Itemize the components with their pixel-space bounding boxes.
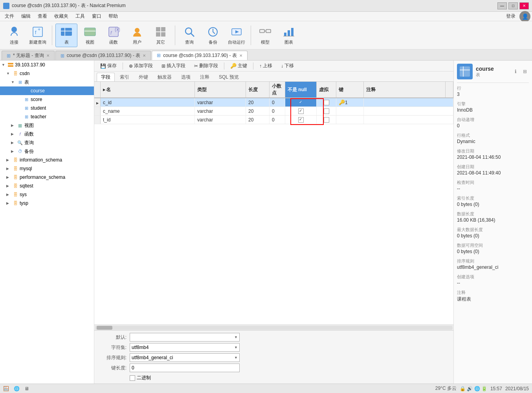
panel-info-icon[interactable]: ℹ [512, 68, 519, 75]
sidebar-backup-group[interactable]: ⏱ 备份 [0, 147, 94, 156]
tab-course-2[interactable]: ⊞ course @csdn (39.103.137.90) - 表 ✕ [152, 51, 248, 60]
menu-view[interactable]: 查看 [35, 12, 50, 20]
cell-c-name-comment[interactable] [364, 107, 453, 115]
cell-c-id-key[interactable]: 🔑1 [336, 98, 364, 107]
toolbar-autorun[interactable]: 自动运行 [226, 24, 248, 47]
tab-triggers[interactable]: 触发器 [153, 73, 176, 81]
menu-window[interactable]: 窗口 [89, 12, 105, 20]
c-name-notnull-checkbox[interactable] [298, 108, 304, 114]
cell-t-id-comment[interactable] [364, 116, 453, 124]
cell-t-id-notnull[interactable] [285, 116, 317, 124]
key-length-input[interactable] [130, 364, 240, 372]
toolbar-table[interactable]: 表 [55, 24, 77, 47]
grid-row-t-id[interactable]: t_id varchar 20 0 [94, 116, 453, 124]
sidebar-db-csdn[interactable]: 🗄 csdn [0, 69, 94, 78]
cell-c-id-decimal[interactable]: 0 [270, 98, 285, 107]
cell-t-id-name[interactable]: t_id [101, 116, 195, 124]
toolbar-other[interactable]: 其它 [150, 24, 172, 47]
toolbar-new-query[interactable]: f+ 新建查询 [27, 24, 49, 47]
t-id-notnull-checkbox[interactable] [298, 117, 304, 123]
tab-foreign-keys[interactable]: 外键 [134, 73, 152, 81]
sidebar-table-course[interactable]: ⊞ course [0, 86, 94, 95]
toolbar-connect[interactable]: 连接 [3, 24, 25, 47]
cell-c-name-name[interactable]: c_name [101, 107, 195, 115]
cell-t-id-virtual[interactable] [317, 116, 336, 124]
cell-c-name-notnull[interactable] [285, 107, 317, 115]
cell-c-name-virtual[interactable] [317, 107, 336, 115]
tab-indexes[interactable]: 索引 [116, 73, 134, 81]
charset-select[interactable]: utf8mb4 ▼ [130, 343, 240, 352]
cell-c-name-key[interactable] [336, 107, 364, 115]
menu-edit[interactable]: 编辑 [18, 12, 34, 20]
sidebar-funcs-group[interactable]: f 函数 [0, 130, 94, 138]
login-btn[interactable]: 登录 [503, 12, 519, 20]
close-button[interactable]: ✕ [519, 2, 529, 9]
insert-field-button[interactable]: ⊞ 插入字段 [158, 61, 189, 70]
cell-c-name-type[interactable]: varchar [195, 107, 246, 115]
grid-row-c-id[interactable]: c_id varchar 20 0 🔑1 [94, 98, 453, 107]
cell-c-id-notnull[interactable] [285, 98, 317, 107]
collation-select[interactable]: utf8mb4_general_ci ▼ [130, 353, 240, 362]
c-id-virtual-checkbox[interactable] [324, 100, 329, 105]
sidebar-server[interactable]: 39.103.137.90 [0, 61, 94, 69]
menu-favorites[interactable]: 收藏夹 [51, 12, 72, 20]
cell-c-id-length[interactable]: 20 [246, 98, 270, 107]
tab-course-2-close[interactable]: ✕ [239, 53, 242, 58]
sidebar-table-student[interactable]: ⊞ student [0, 104, 94, 112]
toolbar-query[interactable]: 查询 [178, 24, 200, 47]
primary-key-button[interactable]: 🔑 主键 [227, 61, 251, 70]
title-bar-controls[interactable]: — □ ✕ [497, 2, 529, 9]
move-down-button[interactable]: ↓ 下移 [277, 61, 297, 70]
sidebar-db-tysp[interactable]: 🗄 tysp [0, 199, 94, 208]
sidebar-db-sys[interactable]: 🗄 sys [0, 190, 94, 199]
minimize-button[interactable]: — [497, 2, 507, 9]
move-up-button[interactable]: ↑ 上移 [256, 61, 276, 70]
sidebar-db-performance-schema[interactable]: 🗄 performance_schema [0, 173, 94, 182]
sidebar-queries-group[interactable]: 🔍 查询 [0, 138, 94, 147]
sidebar-db-mysql[interactable]: 🗄 mysql [0, 164, 94, 173]
cell-c-id-comment[interactable] [364, 98, 453, 107]
c-id-notnull-checkbox[interactable] [298, 100, 304, 105]
horizontal-scrollbar[interactable] [94, 325, 453, 330]
sidebar-table-score[interactable]: ⊞ score [0, 95, 94, 104]
menu-tools[interactable]: 工具 [72, 12, 88, 20]
tab-sql-preview[interactable]: SQL 预览 [215, 73, 243, 81]
cell-t-id-type[interactable]: varchar [195, 116, 246, 124]
tab-new-query[interactable]: ⊞ * 无标题 - 查询 ✕ [2, 51, 55, 60]
cell-t-id-decimal[interactable]: 0 [270, 116, 285, 124]
sidebar-db-information-schema[interactable]: 🗄 information_schema [0, 156, 94, 164]
save-button[interactable]: 💾 保存 [97, 61, 120, 70]
tab-course-1[interactable]: ⊞ course @csdn (39.103.137.90) - 表 ✕ [55, 51, 151, 60]
tab-comment[interactable]: 注释 [196, 73, 214, 81]
tab-course-1-close[interactable]: ✕ [143, 53, 146, 58]
toolbar-func[interactable]: f(x) 函数 [103, 24, 125, 47]
cell-c-name-length[interactable]: 20 [246, 107, 270, 115]
grid-row-c-name[interactable]: c_name varchar 20 0 [94, 107, 453, 116]
cell-c-name-decimal[interactable]: 0 [270, 107, 285, 115]
toolbar-view[interactable]: 视图 [79, 24, 101, 47]
cell-c-id-name[interactable]: c_id [101, 98, 195, 107]
cell-t-id-length[interactable]: 20 [246, 116, 270, 124]
delete-field-button[interactable]: ✂ 删除字段 [191, 61, 222, 70]
sidebar-views-group[interactable]: ▦ 视图 [0, 121, 94, 130]
cell-c-id-type[interactable]: varchar [195, 98, 246, 107]
toolbar-model[interactable]: 模型 [254, 24, 276, 47]
scroll-track[interactable] [95, 326, 453, 330]
toolbar-chart[interactable]: 图表 [278, 24, 300, 47]
menu-file[interactable]: 文件 [2, 12, 17, 20]
sidebar-tables-group[interactable]: ⊞ 表 [0, 78, 94, 86]
toolbar-user[interactable]: 用户 [126, 24, 148, 47]
binary-checkbox[interactable] [130, 375, 135, 381]
tab-new-query-close[interactable]: ✕ [46, 53, 50, 58]
c-name-virtual-checkbox[interactable] [324, 108, 329, 114]
scroll-thumb[interactable] [97, 326, 112, 330]
tab-options[interactable]: 选项 [177, 73, 195, 81]
cell-c-id-virtual[interactable] [317, 98, 336, 107]
maximize-button[interactable]: □ [508, 2, 518, 9]
sidebar-db-sqltest[interactable]: 🗄 sqltest [0, 182, 94, 190]
t-id-virtual-checkbox[interactable] [324, 117, 329, 123]
toolbar-backup[interactable]: 备份 [202, 24, 224, 47]
cell-t-id-key[interactable] [336, 116, 364, 124]
tab-fields[interactable]: 字段 [97, 73, 115, 81]
default-input[interactable]: ▼ [130, 333, 240, 342]
